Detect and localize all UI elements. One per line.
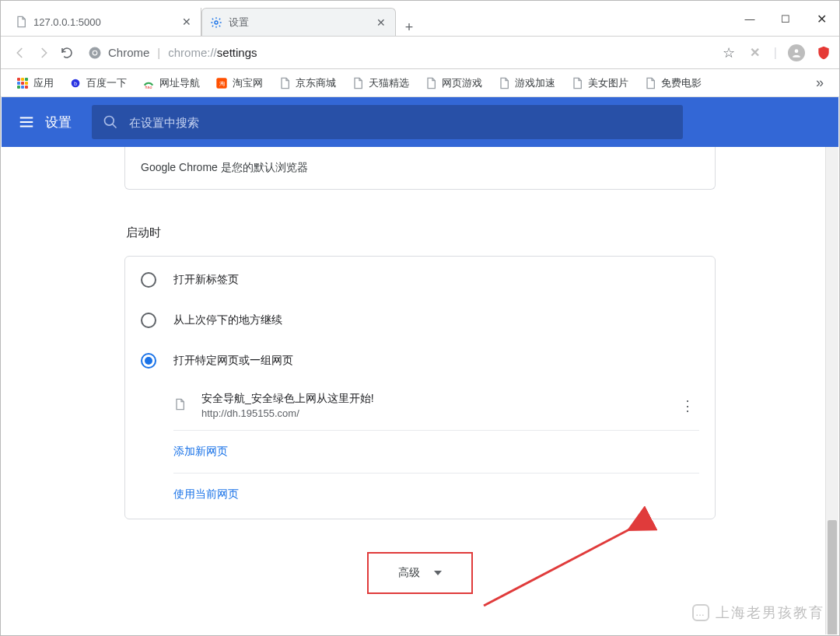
advanced-label: 高级 bbox=[398, 566, 420, 580]
advanced-toggle[interactable]: 高级 bbox=[367, 552, 473, 594]
chrome-icon bbox=[88, 46, 102, 60]
svg-text:b: b bbox=[74, 80, 77, 86]
settings-search[interactable] bbox=[92, 105, 683, 139]
startup-option-specific[interactable]: 打开特定网页或一组网页 bbox=[125, 341, 715, 381]
tab-label: 设置 bbox=[229, 16, 375, 30]
bookmark-label: 游戏加速 bbox=[515, 76, 555, 90]
bookmark-label: 应用 bbox=[33, 76, 54, 90]
startup-card: 打开新标签页 从上次停下的地方继续 打开特定网页或一组网页 安全导航_安全绿色上… bbox=[124, 256, 716, 519]
taobao-icon: 淘 bbox=[215, 77, 228, 89]
tab-close-icon[interactable]: ✕ bbox=[180, 16, 193, 28]
settings-search-input[interactable] bbox=[129, 116, 672, 129]
tab-settings[interactable]: 设置 ✕ bbox=[201, 8, 396, 36]
use-current-link[interactable]: 使用当前网页 bbox=[173, 474, 699, 515]
bookmark-item[interactable]: 网页游戏 bbox=[418, 73, 488, 93]
svg-point-4 bbox=[795, 49, 799, 53]
bookmark-label: 美女图片 bbox=[588, 76, 628, 90]
toolbar-row: Chrome | chrome://settings ☆ ✕ | bbox=[1, 37, 839, 69]
url-security-chip[interactable]: Chrome | bbox=[88, 46, 168, 60]
startup-page-item: 安全导航_安全绿色上网从这里开始! http://dh.195155.com/ … bbox=[173, 381, 699, 431]
window-titlebar: 127.0.0.1:5000 ✕ 设置 ✕ + — ☐ ✕ bbox=[1, 1, 839, 37]
hao-icon: hao bbox=[142, 77, 155, 89]
watermark: … 上海老男孩教育 bbox=[692, 603, 824, 622]
tab-strip: 127.0.0.1:5000 ✕ 设置 ✕ + bbox=[1, 1, 422, 36]
settings-title: 设置 bbox=[45, 114, 72, 131]
default-browser-card: Google Chrome 是您的默认浏览器 bbox=[124, 147, 716, 190]
menu-button[interactable] bbox=[11, 107, 42, 138]
bookmark-item[interactable]: 免费电影 bbox=[638, 73, 708, 93]
startup-section-title: 启动时 bbox=[126, 225, 716, 240]
bookmark-item[interactable]: hao 网址导航 bbox=[136, 73, 206, 93]
bookmark-label: 天猫精选 bbox=[369, 76, 409, 90]
settings-body: Google Chrome 是您的默认浏览器 启动时 打开新标签页 从上次停下的… bbox=[2, 147, 838, 634]
watermark-text: 上海老男孩教育 bbox=[716, 603, 824, 622]
bookmark-label: 网页游戏 bbox=[442, 76, 482, 90]
apps-shortcut[interactable]: 应用 bbox=[10, 73, 60, 93]
window-maximize[interactable]: ☐ bbox=[768, 1, 803, 37]
wechat-icon: … bbox=[692, 604, 709, 621]
bookmark-item[interactable]: 天猫精选 bbox=[345, 73, 415, 93]
startup-option-continue[interactable]: 从上次停下的地方继续 bbox=[125, 300, 715, 341]
back-button[interactable] bbox=[9, 41, 32, 65]
file-icon bbox=[352, 77, 364, 89]
bookmark-label: 京东商城 bbox=[296, 76, 336, 90]
settings-toolbar: 设置 bbox=[2, 97, 838, 147]
bookmark-label: 网址导航 bbox=[159, 76, 200, 90]
radio-label: 打开特定网页或一组网页 bbox=[173, 354, 293, 368]
file-icon bbox=[425, 77, 437, 89]
radio-label: 从上次停下的地方继续 bbox=[173, 313, 282, 327]
url-path: settings bbox=[217, 46, 257, 59]
startup-option-newtab[interactable]: 打开新标签页 bbox=[125, 260, 715, 300]
file-icon bbox=[571, 77, 583, 89]
bookmark-item[interactable]: 淘 淘宝网 bbox=[209, 73, 269, 93]
default-browser-text: Google Chrome 是您的默认浏览器 bbox=[141, 161, 308, 175]
bookmark-star-icon[interactable]: ☆ bbox=[721, 45, 737, 61]
bookmark-item[interactable]: 美女图片 bbox=[565, 73, 635, 93]
radio-icon bbox=[141, 313, 156, 328]
bookmark-label: 淘宝网 bbox=[233, 76, 263, 90]
gear-icon bbox=[210, 16, 222, 29]
bookmark-label: 百度一下 bbox=[86, 76, 127, 90]
scrollbar-thumb[interactable] bbox=[828, 520, 837, 634]
bookmark-item[interactable]: b 百度一下 bbox=[63, 73, 133, 93]
svg-point-10 bbox=[105, 117, 114, 126]
add-page-link[interactable]: 添加新网页 bbox=[173, 431, 699, 474]
startup-page-title: 安全导航_安全绿色上网从这里开始! bbox=[201, 392, 374, 406]
svg-point-3 bbox=[93, 51, 97, 54]
bookmarks-bar: 应用 b 百度一下 hao 网址导航 淘 淘宝网 京东商城 天猫精选 网页游戏 … bbox=[1, 69, 839, 97]
url-scheme: chrome:// bbox=[168, 46, 217, 59]
tab-localhost[interactable]: 127.0.0.1:5000 ✕ bbox=[7, 8, 201, 36]
more-menu-icon[interactable]: ⋮ bbox=[676, 393, 699, 419]
separator: | bbox=[157, 46, 160, 59]
file-icon bbox=[644, 77, 656, 89]
bookmark-label: 免费电影 bbox=[661, 76, 702, 90]
bookmark-item[interactable]: 游戏加速 bbox=[492, 73, 562, 93]
reload-button[interactable] bbox=[55, 41, 79, 65]
shield-icon[interactable] bbox=[816, 45, 831, 61]
svg-text:hao: hao bbox=[145, 84, 152, 89]
address-bar[interactable]: chrome://settings bbox=[168, 46, 713, 59]
window-minimize[interactable]: — bbox=[732, 1, 768, 37]
extension-icon[interactable]: ✕ bbox=[747, 45, 763, 61]
scrollbar[interactable] bbox=[825, 147, 838, 634]
forward-button[interactable] bbox=[32, 41, 55, 65]
chevron-down-icon bbox=[434, 571, 442, 575]
secure-label: Chrome bbox=[108, 46, 149, 59]
separator: | bbox=[774, 46, 777, 60]
svg-text:淘: 淘 bbox=[219, 80, 225, 87]
new-tab-button[interactable]: + bbox=[396, 19, 422, 36]
radio-label: 打开新标签页 bbox=[173, 273, 239, 287]
profile-avatar-icon[interactable] bbox=[788, 44, 805, 61]
window-close[interactable]: ✕ bbox=[803, 1, 839, 37]
tab-label: 127.0.0.1:5000 bbox=[33, 16, 180, 28]
bookmark-item[interactable]: 京东商城 bbox=[272, 73, 342, 93]
file-icon bbox=[15, 16, 27, 28]
tab-close-icon[interactable]: ✕ bbox=[375, 16, 387, 29]
settings-app: 设置 Google Chrome 是您的默认浏览器 启动时 打开新标签页 从上次… bbox=[2, 97, 838, 634]
bookmarks-overflow[interactable]: » bbox=[810, 72, 830, 94]
file-icon bbox=[173, 398, 189, 414]
radio-icon bbox=[141, 272, 156, 288]
file-icon bbox=[498, 77, 510, 89]
radio-icon-selected bbox=[141, 353, 156, 369]
startup-page-url: http://dh.195155.com/ bbox=[201, 407, 374, 419]
